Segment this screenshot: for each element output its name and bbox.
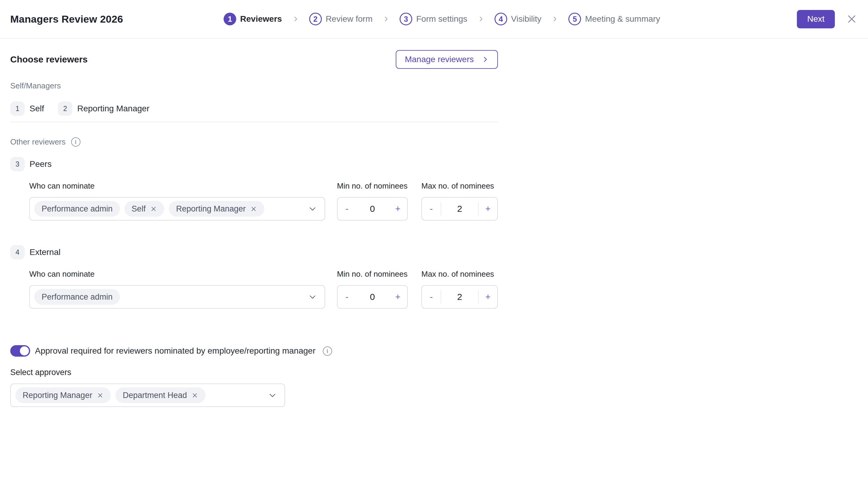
max-nominees-stepper: - 2 + xyxy=(421,285,498,309)
increment-button[interactable]: + xyxy=(389,204,407,213)
group-name: External xyxy=(30,248,61,257)
page-title: Managers Review 2026 xyxy=(10,13,123,25)
remove-chip-icon[interactable] xyxy=(250,205,257,212)
chevron-right-icon xyxy=(552,16,558,22)
chevron-right-icon xyxy=(292,16,299,22)
reviewer-number-badge: 2 xyxy=(58,102,72,116)
chip-label: Reporting Manager xyxy=(176,204,246,213)
wizard-stepper: 1 Reviewers 2 Review form 3 Form setting… xyxy=(224,13,660,25)
group-name: Peers xyxy=(30,159,52,169)
step-reviewers[interactable]: 1 Reviewers xyxy=(224,13,282,25)
selected-option-chip: Performance admin xyxy=(34,201,120,217)
remove-chip-icon[interactable] xyxy=(97,392,104,399)
increment-button[interactable]: + xyxy=(478,204,497,213)
info-glyph: i xyxy=(327,348,328,354)
select-approvers-select[interactable]: Reporting Manager Department Head xyxy=(10,383,285,407)
info-glyph: i xyxy=(75,139,76,145)
min-nominees-stepper: - 0 + xyxy=(337,197,408,221)
selected-option-chip: Department Head xyxy=(116,387,206,403)
step-number-badge: 4 xyxy=(495,13,507,25)
controls-row: Performance admin - 0 + - 2 + xyxy=(29,285,868,309)
step-number-badge: 1 xyxy=(224,13,236,25)
reviewer-group-peers: 3 Peers Who can nominate Min no. of nomi… xyxy=(10,157,868,221)
decrement-button[interactable]: - xyxy=(338,204,356,213)
who-can-nominate-select[interactable]: Performance admin xyxy=(29,285,325,309)
who-can-nominate-label: Who can nominate xyxy=(29,269,325,279)
approval-toggle-row: Approval required for reviewers nominate… xyxy=(10,345,868,357)
max-nominees-stepper: - 2 + xyxy=(421,197,498,221)
step-review-form[interactable]: 2 Review form xyxy=(309,13,373,25)
group-body: Who can nominate Min no. of nominees Max… xyxy=(29,269,868,309)
group-header: 4 External xyxy=(10,245,868,259)
step-label: Reviewers xyxy=(240,14,282,24)
max-nominees-label: Max no. of nominees xyxy=(421,269,498,279)
remove-chip-icon[interactable] xyxy=(191,392,198,399)
approval-toggle[interactable] xyxy=(10,345,30,357)
min-nominees-stepper: - 0 + xyxy=(337,285,408,309)
chevron-right-icon xyxy=(478,16,484,22)
approval-toggle-label: Approval required for reviewers nominate… xyxy=(35,346,315,356)
step-label: Review form xyxy=(326,14,373,24)
close-icon[interactable] xyxy=(846,13,857,24)
wizard-header: Managers Review 2026 1 Reviewers 2 Revie… xyxy=(0,0,868,39)
select-approvers-label: Select approvers xyxy=(10,368,868,377)
chevron-right-icon xyxy=(383,16,390,22)
reviewer-number-badge: 3 xyxy=(10,157,25,171)
chip-label: Department Head xyxy=(123,391,187,400)
step-visibility[interactable]: 4 Visibility xyxy=(495,13,541,25)
header-actions: Next xyxy=(797,10,857,28)
min-nominees-value: 0 xyxy=(357,204,388,214)
section-divider xyxy=(10,122,498,122)
who-can-nominate-select[interactable]: Performance admin Self Reporting Manager xyxy=(29,197,325,221)
step-form-settings[interactable]: 3 Form settings xyxy=(400,13,467,25)
info-icon[interactable]: i xyxy=(71,137,81,147)
chevron-down-icon xyxy=(308,205,317,213)
reviewer-type-label: Reporting Manager xyxy=(77,104,150,113)
reviewer-number-badge: 4 xyxy=(10,245,25,259)
step-label: Meeting & summary xyxy=(585,14,660,24)
decrement-button[interactable]: - xyxy=(422,292,441,301)
reviewer-group-external: 4 External Who can nominate Min no. of n… xyxy=(10,245,868,309)
min-nominees-label: Min no. of nominees xyxy=(337,269,408,279)
max-nominees-value: 2 xyxy=(441,292,478,302)
next-button[interactable]: Next xyxy=(797,10,835,28)
chevron-down-icon xyxy=(308,293,317,301)
selected-option-chip: Reporting Manager xyxy=(169,201,264,217)
who-can-nominate-label: Who can nominate xyxy=(29,181,325,191)
choose-reviewers-panel: Choose reviewers Manage reviewers Self/M… xyxy=(0,50,868,407)
self-managers-label: Self/Managers xyxy=(10,81,868,90)
selected-option-chip: Reporting Manager xyxy=(16,387,111,403)
step-number-badge: 5 xyxy=(568,13,581,25)
group-header: 3 Peers xyxy=(10,157,868,171)
reviewer-type-label: Self xyxy=(30,104,44,113)
step-label: Visibility xyxy=(511,14,541,24)
decrement-button[interactable]: - xyxy=(338,292,356,301)
max-nominees-value: 2 xyxy=(441,204,478,214)
increment-button[interactable]: + xyxy=(389,292,407,301)
step-number-badge: 3 xyxy=(400,13,412,25)
other-reviewers-row: Other reviewers i xyxy=(10,137,868,147)
self-managers-row: 1 Self 2 Reporting Manager xyxy=(10,102,868,116)
group-body: Who can nominate Min no. of nominees Max… xyxy=(29,181,868,221)
page-section-heading: Choose reviewers xyxy=(10,54,88,64)
step-number-badge: 2 xyxy=(309,13,321,25)
controls-row: Performance admin Self Reporting Manager… xyxy=(29,197,868,221)
max-nominees-label: Max no. of nominees xyxy=(421,181,498,191)
toggle-knob xyxy=(20,346,29,355)
selected-option-chip: Performance admin xyxy=(34,289,120,305)
chip-label: Performance admin xyxy=(41,204,113,213)
decrement-button[interactable]: - xyxy=(422,204,441,213)
remove-chip-icon[interactable] xyxy=(150,205,157,212)
min-nominees-label: Min no. of nominees xyxy=(337,181,408,191)
manage-reviewers-label: Manage reviewers xyxy=(405,55,474,64)
step-meeting-summary[interactable]: 5 Meeting & summary xyxy=(568,13,660,25)
increment-button[interactable]: + xyxy=(478,292,497,301)
chip-label: Reporting Manager xyxy=(23,391,92,400)
heading-row: Choose reviewers Manage reviewers xyxy=(10,50,498,69)
manage-reviewers-button[interactable]: Manage reviewers xyxy=(396,50,498,69)
min-nominees-value: 0 xyxy=(357,292,388,302)
info-icon[interactable]: i xyxy=(323,346,332,356)
other-reviewers-label: Other reviewers xyxy=(10,137,66,147)
chip-label: Self xyxy=(132,204,146,213)
labels-row: Who can nominate Min no. of nominees Max… xyxy=(29,269,868,279)
